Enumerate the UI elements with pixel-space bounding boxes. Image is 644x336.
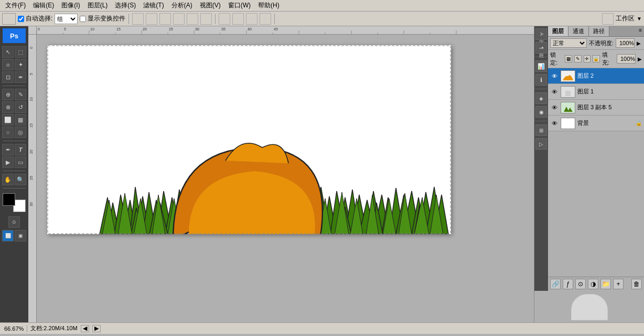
spot-heal-tool[interactable]: ⊕ bbox=[2, 89, 14, 100]
align-top[interactable]: ⊤ bbox=[132, 13, 144, 25]
layer-link-btn[interactable]: 🔗 bbox=[550, 279, 561, 289]
menu-edit[interactable]: 编辑(E) bbox=[30, 0, 57, 11]
adjust-icon[interactable]: ◈ bbox=[535, 92, 547, 104]
tab-layers[interactable]: 图层 bbox=[548, 26, 568, 36]
lock-image-icon[interactable]: ✎ bbox=[574, 55, 582, 62]
distribute-top[interactable]: ⟺ bbox=[219, 13, 230, 25]
crop-tools: ⊡ ✒ bbox=[2, 71, 26, 83]
menu-help[interactable]: 帮助(H) bbox=[255, 0, 283, 11]
distribute-left[interactable]: ⊠ bbox=[260, 13, 271, 25]
wand-tool[interactable]: ✦ bbox=[15, 59, 26, 70]
align-bottom[interactable]: ⊥ bbox=[159, 13, 171, 25]
path-select-tool[interactable]: ▶ bbox=[2, 156, 14, 168]
layer-eye-layer2[interactable]: 👁 bbox=[550, 72, 559, 80]
menu-file[interactable]: 文件(F) bbox=[2, 0, 29, 11]
align-left[interactable]: |← bbox=[173, 13, 185, 25]
lock-transparent-icon[interactable]: ▦ bbox=[565, 55, 572, 62]
heal-tools: ⊕ ✎ bbox=[2, 89, 26, 100]
layer-comp-icon[interactable]: ⊞ bbox=[535, 124, 547, 136]
eraser-tools: ⬜ ▦ bbox=[2, 114, 26, 125]
layer-group-btn[interactable]: 📁 bbox=[600, 279, 611, 289]
svg-text:0: 0 bbox=[29, 47, 33, 49]
dodge-tool[interactable]: ○ bbox=[2, 127, 14, 138]
info-icon[interactable]: ℹ bbox=[535, 74, 547, 86]
menu-select[interactable]: 选择(S) bbox=[112, 0, 139, 11]
distribute-bottom[interactable]: ⊟ bbox=[246, 13, 257, 25]
menu-filter[interactable]: 滤镜(T) bbox=[140, 0, 167, 11]
styles-icon[interactable]: ◉ bbox=[535, 106, 547, 118]
gradient-tool[interactable]: ▦ bbox=[15, 114, 26, 125]
auto-select-checkbox[interactable] bbox=[18, 16, 24, 22]
status-arrow-left[interactable]: ◀ bbox=[81, 325, 89, 332]
status-bar: 66.67% 文档:2.20M/4.10M ◀ ▶ bbox=[0, 322, 644, 334]
show-transform-checkbox[interactable] bbox=[80, 16, 86, 22]
auto-select-dropdown[interactable]: 组 图层 bbox=[55, 14, 78, 24]
eyedropper-tool[interactable]: ✒ bbox=[15, 71, 26, 83]
char-icon[interactable]: A字 bbox=[535, 28, 547, 40]
opacity-arrow[interactable]: ▶ bbox=[637, 40, 641, 46]
foreground-color-swatch[interactable] bbox=[3, 193, 15, 206]
lock-all-icon[interactable]: 🔒 bbox=[593, 55, 600, 62]
layer-item-layer3copy5[interactable]: 👁 图层 3 副本 5 bbox=[548, 100, 644, 116]
workspace-dropdown[interactable]: ▼ bbox=[637, 16, 642, 22]
brush-tool[interactable]: ✎ bbox=[15, 89, 26, 100]
menu-view[interactable]: 视图(V) bbox=[197, 0, 224, 11]
layer-bottom-toolbar: 🔗 ƒ ⊙ ◑ 📁 + 🗑 bbox=[548, 277, 644, 291]
layer-thumbnail-layer3copy5 bbox=[561, 102, 575, 113]
screen-mode-btn2[interactable]: ▣ bbox=[15, 230, 26, 242]
svg-text:20: 20 bbox=[29, 150, 33, 154]
histogram-icon[interactable]: 📊 bbox=[535, 60, 547, 72]
quick-mask-mode[interactable]: ⊙ bbox=[8, 216, 20, 228]
text-tool[interactable]: T bbox=[15, 144, 26, 155]
panel-menu-btn[interactable]: ≡ bbox=[637, 26, 644, 36]
align-center-h[interactable]: ↔ bbox=[187, 13, 198, 25]
blend-mode-select[interactable]: 正常 溶解 正片叠底 bbox=[550, 38, 587, 48]
clone-tool[interactable]: ⊗ bbox=[2, 101, 14, 113]
layer-style-btn[interactable]: ƒ bbox=[563, 279, 573, 289]
eraser-tool[interactable]: ⬜ bbox=[2, 114, 14, 125]
fill-arrow[interactable]: ▶ bbox=[638, 56, 642, 62]
layer-item-background[interactable]: 👁 背景 🔒 bbox=[548, 116, 644, 131]
canvas-scroll-area[interactable] bbox=[37, 35, 534, 322]
layer-delete-btn[interactable]: 🗑 bbox=[631, 279, 642, 289]
select-tool[interactable]: ⬚ bbox=[15, 46, 26, 58]
fill-input[interactable] bbox=[617, 54, 636, 64]
shape-tool[interactable]: ▭ bbox=[15, 156, 26, 168]
crop-tool[interactable]: ⊡ bbox=[2, 71, 14, 83]
move-tool[interactable]: ↖ bbox=[2, 46, 14, 58]
layer-eye-layer1[interactable]: 👁 bbox=[550, 88, 559, 96]
blur-tool[interactable]: ◎ bbox=[15, 127, 26, 138]
timeline-icon[interactable]: ▷ bbox=[535, 138, 547, 150]
distribute-center[interactable]: ⊞ bbox=[232, 13, 244, 25]
layer-adjustment-btn[interactable]: ◑ bbox=[588, 279, 598, 289]
menu-image[interactable]: 图像(I) bbox=[58, 0, 83, 11]
layer-mask-btn[interactable]: ⊙ bbox=[575, 279, 586, 289]
lasso-tool[interactable]: ⌾ bbox=[2, 59, 14, 70]
icon-separator3 bbox=[535, 121, 547, 121]
para-icon[interactable]: ¶段 bbox=[535, 42, 547, 54]
pen-tool[interactable]: ✒ bbox=[2, 144, 14, 155]
layer-new-btn[interactable]: + bbox=[613, 279, 624, 289]
workspace-icon[interactable]: ⊞ bbox=[602, 13, 614, 25]
ruler-vertical: 0 5 10 15 20 25 30 bbox=[28, 35, 37, 322]
lock-position-icon[interactable]: ✛ bbox=[584, 55, 591, 62]
layer-item-layer2[interactable]: 👁 图层 2 bbox=[548, 68, 644, 84]
align-center-v[interactable]: ≡ bbox=[146, 13, 157, 25]
align-right[interactable]: →| bbox=[200, 13, 212, 25]
move-tool-options[interactable]: ↖ bbox=[2, 13, 16, 25]
menu-analysis[interactable]: 分析(A) bbox=[168, 0, 196, 11]
zoom-tool[interactable]: 🔍 bbox=[15, 174, 26, 185]
history-brush[interactable]: ↺ bbox=[15, 101, 26, 113]
layer-eye-background[interactable]: 👁 bbox=[550, 119, 559, 128]
status-arrow-right[interactable]: ▶ bbox=[92, 325, 101, 332]
color-swatches[interactable] bbox=[3, 193, 26, 212]
menu-window[interactable]: 窗口(W) bbox=[225, 0, 254, 11]
hand-tool[interactable]: ✋ bbox=[2, 174, 14, 185]
tab-channels[interactable]: 通道 bbox=[568, 26, 589, 36]
tab-paths[interactable]: 路径 bbox=[589, 26, 609, 36]
layer-item-layer1[interactable]: 👁 图层 1 bbox=[548, 84, 644, 100]
menu-layer[interactable]: 图层(L) bbox=[84, 0, 111, 11]
screen-mode-btn[interactable]: ⬜ bbox=[2, 230, 14, 242]
opacity-input[interactable] bbox=[616, 38, 635, 48]
layer-eye-layer3copy5[interactable]: 👁 bbox=[550, 103, 559, 112]
